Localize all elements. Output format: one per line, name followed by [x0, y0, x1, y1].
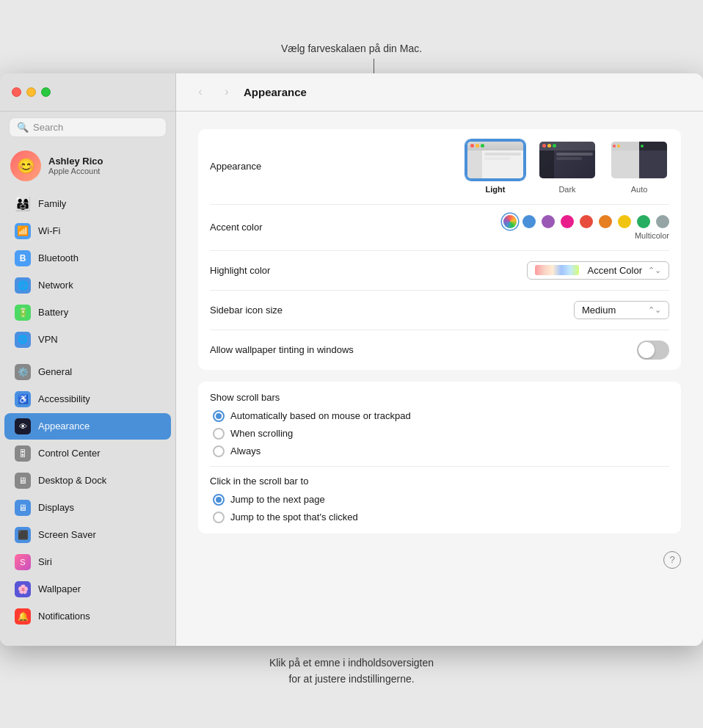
sidebar-section: 👨‍👩‍👧 Family 📶 Wi-Fi B: [0, 189, 175, 632]
show-scroll-bars-title: Show scroll bars: [210, 392, 669, 403]
user-name: Ashley Rico: [48, 156, 103, 167]
sidebar-icon-size-value: Medium: [582, 305, 616, 316]
color-red[interactable]: [580, 215, 593, 228]
sidebar-icon-size-label: Sidebar icon size: [210, 305, 283, 316]
toggle-knob: [638, 342, 655, 358]
wallpaper-icon: 🌸: [15, 581, 31, 597]
radio-inner: [216, 413, 222, 419]
close-button[interactable]: [12, 87, 21, 97]
click-next-page[interactable]: Jump to the next page: [213, 494, 669, 506]
sidebar-label: Control Center: [38, 448, 101, 459]
sidebar-label: General: [38, 366, 72, 377]
battery-icon: 🔋: [15, 305, 31, 321]
wallpaper-tinting-label: Allow wallpaper tinting in windows: [210, 344, 354, 355]
radio-inner-2: [216, 497, 222, 503]
sidebar-label: Network: [38, 280, 73, 291]
sidebar-label: Wi-Fi: [38, 225, 60, 236]
click-scroll-bar-title: Click in the scroll bar to: [210, 476, 669, 487]
sidebar-label: Bluetooth: [38, 252, 79, 263]
accent-color-row: Accent color: [210, 205, 669, 251]
scroll-bars-always[interactable]: Always: [213, 445, 669, 457]
help-button[interactable]: ?: [663, 551, 681, 569]
user-profile[interactable]: 😊 Ashley Rico Apple Account: [0, 143, 175, 189]
scroll-bars-section: Show scroll bars Automatically based on …: [198, 382, 681, 534]
color-dots: [503, 215, 669, 228]
notifications-icon: 🔔: [15, 608, 31, 625]
dropdown-arrows-icon: ⌃⌄: [648, 266, 661, 275]
sidebar-label: Displays: [38, 502, 74, 513]
sidebar-item-notifications[interactable]: 🔔 Notifications: [4, 603, 171, 630]
dark-label: Dark: [558, 185, 575, 194]
appearance-icon: 👁: [15, 418, 31, 434]
top-annotation: Vælg farveskalaen på din Mac.: [281, 43, 422, 54]
search-container: 🔍 Search: [0, 112, 175, 143]
click-spot-clicked-radio: [213, 512, 225, 523]
sidebar-icon-size-dropdown[interactable]: Medium ⌃⌄: [574, 301, 669, 319]
appearance-option-light[interactable]: Light: [465, 139, 525, 194]
highlight-color-dropdown[interactable]: Accent Color ⌃⌄: [527, 261, 669, 280]
sidebar-label: Screen Saver: [38, 529, 96, 540]
scroll-bars-scrolling-radio: [213, 428, 225, 440]
click-spot-clicked[interactable]: Jump to the spot that's clicked: [213, 512, 669, 523]
color-pink[interactable]: [561, 215, 574, 228]
scroll-bars-radio-group: Automatically based on mouse or trackpad…: [213, 410, 669, 457]
appearance-option-dark[interactable]: Dark: [537, 139, 597, 194]
minimize-button[interactable]: [26, 87, 36, 97]
sidebar-item-battery[interactable]: 🔋 Battery: [4, 299, 171, 326]
sidebar-label: Siri: [38, 556, 52, 567]
back-button[interactable]: ‹: [191, 85, 210, 98]
sidebar-item-vpn[interactable]: 🌐 VPN: [4, 327, 171, 353]
highlight-value: Accent Color: [588, 265, 642, 276]
light-thumb: [465, 139, 525, 181]
family-icon: 👨‍👩‍👧: [15, 196, 31, 212]
sidebar-item-wallpaper[interactable]: 🌸 Wallpaper: [4, 576, 171, 603]
siri-icon: S: [15, 554, 31, 570]
sidebar-label: Wallpaper: [38, 583, 81, 594]
color-multicolor[interactable]: [503, 215, 517, 228]
auto-thumb: [609, 139, 669, 181]
sidebar-item-network[interactable]: 🌐 Network: [4, 272, 171, 299]
highlight-color-label: Highlight color: [210, 265, 270, 276]
bottom-annotation: Klik på et emne i indholdsoversigten for…: [269, 646, 434, 694]
forward-button[interactable]: ›: [217, 85, 236, 98]
sidebar-item-control-center[interactable]: 🎛 Control Center: [4, 440, 171, 467]
sidebar-item-bluetooth[interactable]: B Bluetooth: [4, 245, 171, 272]
color-green[interactable]: [637, 215, 650, 228]
sidebar-label: Accessibility: [38, 393, 90, 404]
sidebar-item-displays[interactable]: 🖥 Displays: [4, 495, 171, 521]
color-orange[interactable]: [599, 215, 612, 228]
scroll-bars-auto-radio: [213, 410, 225, 422]
sidebar-item-screen-saver[interactable]: ⬛ Screen Saver: [4, 522, 171, 548]
maximize-button[interactable]: [41, 87, 51, 97]
sidebar-item-desktop-dock[interactable]: 🖥 Desktop & Dock: [4, 467, 171, 494]
main-content: ‹ › Appearance Appearance: [176, 73, 703, 646]
color-purple[interactable]: [542, 215, 555, 228]
scroll-bars-auto[interactable]: Automatically based on mouse or trackpad: [213, 410, 669, 422]
scroll-bars-scrolling-label: When scrolling: [230, 428, 293, 439]
sidebar-icon-size-row: Sidebar icon size Medium ⌃⌄: [210, 291, 669, 330]
general-icon: ⚙️: [15, 364, 31, 380]
scroll-bars-scrolling[interactable]: When scrolling: [213, 428, 669, 440]
color-graphite[interactable]: [656, 215, 669, 228]
sidebar-item-general[interactable]: ⚙️ General: [4, 359, 171, 385]
color-yellow[interactable]: [618, 215, 631, 228]
appearance-option-auto[interactable]: Auto: [609, 139, 669, 194]
sidebar-label: Desktop & Dock: [38, 475, 106, 486]
search-icon: 🔍: [17, 122, 29, 133]
wallpaper-tinting-row: Allow wallpaper tinting in windows: [210, 330, 669, 370]
wallpaper-tinting-toggle[interactable]: [637, 341, 669, 360]
displays-icon: 🖥: [15, 500, 31, 516]
sidebar-item-siri[interactable]: S Siri: [4, 549, 171, 575]
content-body: Appearance: [176, 112, 703, 646]
sidebar-item-accessibility[interactable]: ♿ Accessibility: [4, 386, 171, 412]
sidebar-item-wifi[interactable]: 📶 Wi-Fi: [4, 218, 171, 244]
sidebar-label: VPN: [38, 334, 58, 345]
appearance-row: Appearance: [210, 129, 669, 205]
color-blue[interactable]: [522, 215, 536, 228]
sidebar-label: Notifications: [38, 611, 90, 622]
search-box[interactable]: 🔍 Search: [9, 117, 167, 137]
sidebar-item-family[interactable]: 👨‍👩‍👧 Family: [4, 191, 171, 217]
search-placeholder: Search: [33, 122, 63, 133]
sidebar-item-appearance[interactable]: 👁 Appearance: [4, 413, 171, 440]
click-scroll-bar-radio-group: Jump to the next page Jump to the spot t…: [213, 494, 669, 523]
